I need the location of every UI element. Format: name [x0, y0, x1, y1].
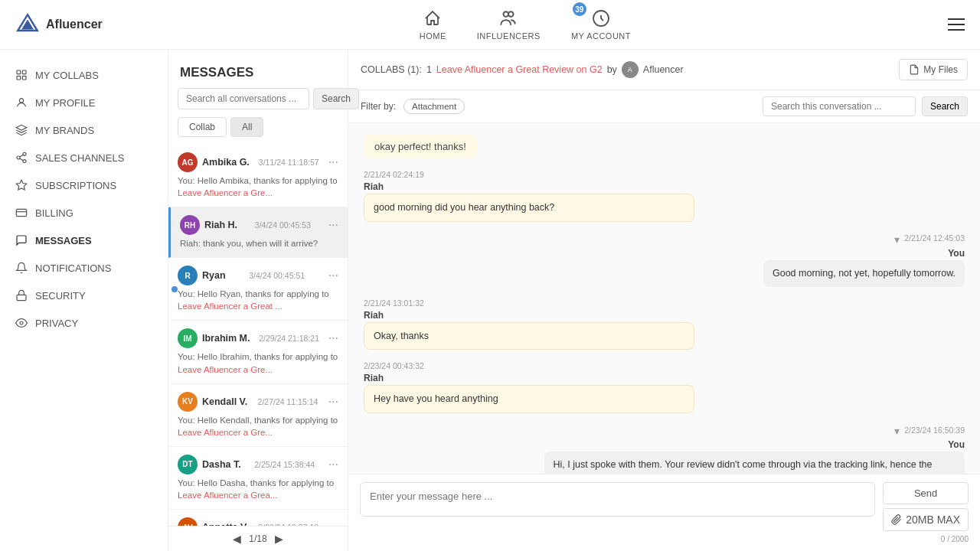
sidebar-item-messages[interactable]: MESSAGES	[0, 227, 168, 254]
send-button[interactable]: Send	[883, 482, 969, 504]
conversation-list: AG Ambika G. 3/11/24 11:18:57 ··· You: H…	[168, 145, 348, 526]
list-item[interactable]: RH Riah H. 3/4/24 00:45:53 ··· Riah: tha…	[168, 207, 348, 258]
my-files-button[interactable]: My Files	[899, 59, 968, 80]
sidebar-label-security: SECURITY	[35, 290, 86, 302]
lock-icon	[15, 289, 28, 302]
sidebar-item-subscriptions[interactable]: SUBSCRIPTIONS	[0, 171, 168, 199]
pagination-prev[interactable]: ◀	[233, 533, 241, 545]
chat-header: COLLABS (1): 1 Leave Afluencer a Great R…	[348, 50, 980, 90]
list-item[interactable]: IM Ibrahim M. 2/29/24 21:18:21 ··· You: …	[168, 321, 348, 383]
svg-point-3	[508, 11, 514, 16]
msg-you-label: You	[948, 439, 965, 450]
nav-influencers[interactable]: INFLUENCERS	[477, 8, 541, 41]
eye-icon	[15, 317, 28, 329]
collab-user-avatar: A	[622, 61, 639, 78]
conv-more-btn[interactable]: ···	[328, 155, 338, 169]
conv-header: AG Ambika G. 3/11/24 11:18:57 ···	[178, 152, 338, 172]
sidebar-item-notifications[interactable]: NOTIFICATIONS	[0, 254, 168, 282]
sidebar-label-privacy: PRIVACY	[35, 318, 78, 329]
nav-home[interactable]: HOME	[420, 8, 446, 41]
svg-point-10	[23, 152, 26, 155]
svg-rect-7	[17, 76, 21, 80]
msg-text: Okay, thanks	[364, 322, 694, 350]
conv-more-btn[interactable]: ···	[328, 458, 338, 471]
compose-actions: Send 20MB MAX 0 / 2000	[883, 482, 969, 543]
sidebar-item-my-profile[interactable]: MY PROFILE	[0, 89, 168, 116]
sidebar-item-billing[interactable]: BILLING	[0, 199, 168, 227]
collab-link[interactable]: Leave Afluencer a Great ...	[178, 302, 283, 311]
conv-search-field[interactable]	[763, 96, 916, 116]
msg-you-label: You	[948, 248, 965, 259]
conv-more-btn[interactable]: ···	[328, 269, 338, 282]
sidebar-item-security[interactable]: SECURITY	[0, 282, 168, 309]
svg-point-19	[20, 321, 23, 324]
conv-header: IM Ibrahim M. 2/29/24 21:18:21 ···	[178, 328, 338, 348]
collab-link[interactable]: Leave Afluencer a Grea...	[178, 491, 277, 500]
collabs-count: 1	[426, 64, 432, 75]
conv-date: 2/20/24 18:37:18	[258, 523, 318, 526]
sidebar-item-sales-channels[interactable]: SALES CHANNELS	[0, 144, 168, 171]
conv-date: 3/4/24 00:45:51	[249, 271, 305, 280]
msg-sender: Riah	[364, 181, 694, 192]
conv-search-area: Search	[763, 96, 968, 116]
messages-title: MESSAGES	[180, 65, 253, 80]
sidebar-label-notifications: NOTIFICATIONS	[35, 262, 111, 274]
conv-header: AV Annette V. 2/20/24 18:37:18 ···	[178, 517, 338, 526]
list-item[interactable]: DT Dasha T. 2/25/24 15:38:44 ··· You: He…	[168, 447, 348, 510]
collab-link[interactable]: Leave Afluencer a Gre...	[178, 365, 273, 374]
compose-area: Send 20MB MAX 0 / 2000	[348, 474, 980, 551]
pagination: ◀ 1/18 ▶	[168, 526, 348, 551]
conv-search-btn[interactable]: Search	[922, 96, 968, 116]
chevron-down-icon[interactable]: ▾	[894, 233, 900, 246]
list-item[interactable]: AV Annette V. 2/20/24 18:37:18 ··· You: …	[168, 510, 348, 526]
messages-header: MESSAGES	[168, 50, 348, 88]
svg-line-13	[20, 158, 24, 161]
hamburger-menu[interactable]	[948, 18, 965, 31]
msg-date: 2/23/24 16:50:39	[904, 425, 965, 435]
pagination-next[interactable]: ▶	[275, 533, 283, 545]
list-item[interactable]: R Ryan 3/4/24 00:45:51 ··· You: Hello Ry…	[168, 258, 348, 321]
msg-text: good morning did you hear anything back?	[364, 194, 694, 222]
conv-date: 3/4/24 00:45:53	[255, 220, 311, 230]
compose-input[interactable]	[360, 482, 875, 517]
collab-link[interactable]: Leave Afluencer a Gre...	[178, 428, 273, 437]
msg-date: 2/23/24 00:43:32	[364, 361, 694, 370]
conv-more-btn[interactable]: ···	[328, 395, 338, 409]
chevron-down-icon[interactable]: ▾	[894, 425, 900, 437]
billing-icon	[15, 207, 28, 219]
collabs-label: COLLABS (1):	[361, 64, 422, 75]
nav-home-label: HOME	[420, 31, 446, 41]
sidebar-item-my-brands[interactable]: MY BRANDS	[0, 116, 168, 144]
filter-all-btn[interactable]: All	[230, 117, 263, 137]
logo[interactable]: Afluencer	[15, 12, 103, 37]
conv-preview: You: Hello Ibrahim, thanks for applying …	[178, 350, 338, 375]
avatar: DT	[178, 455, 198, 474]
logo-icon	[15, 12, 40, 37]
conv-search-input[interactable]	[178, 88, 309, 109]
sidebar: MY COLLABS MY PROFILE MY BRANDS SALES CH…	[0, 50, 168, 551]
conv-more-btn[interactable]: ···	[328, 331, 338, 345]
collab-link[interactable]: Leave Afluencer a Gre...	[178, 188, 273, 197]
attach-button[interactable]: 20MB MAX	[883, 508, 969, 531]
sidebar-item-privacy[interactable]: PRIVACY	[0, 309, 168, 337]
influencers-icon	[498, 8, 518, 28]
conv-more-btn[interactable]: ···	[328, 520, 338, 526]
sidebar-label-messages: MESSAGES	[35, 235, 92, 246]
char-count: 0 / 2000	[883, 535, 969, 543]
nav-influencers-label: INFLUENCERS	[477, 31, 541, 41]
svg-point-12	[23, 160, 26, 163]
conv-preview: You: Hello Dasha, thanks for applying to…	[178, 477, 338, 501]
filter-collab-btn[interactable]: Collab	[178, 117, 227, 137]
chat-panel: COLLABS (1): 1 Leave Afluencer a Great R…	[348, 50, 980, 551]
svg-rect-5	[17, 70, 21, 74]
conv-header: R Ryan 3/4/24 00:45:51 ···	[178, 266, 338, 285]
attachment-filter[interactable]: Attachment	[403, 99, 465, 114]
list-item[interactable]: AG Ambika G. 3/11/24 11:18:57 ··· You: H…	[168, 145, 348, 207]
collab-title-link[interactable]: Leave Afluencer a Great Review on G2	[436, 64, 603, 75]
conv-header: RH Riah H. 3/4/24 00:45:53 ···	[180, 215, 338, 235]
collab-by: by	[607, 64, 617, 75]
conv-more-btn[interactable]: ···	[328, 218, 338, 232]
sidebar-item-my-collabs[interactable]: MY COLLABS	[0, 61, 168, 89]
sidebar-label-my-profile: MY PROFILE	[35, 97, 96, 109]
list-item[interactable]: KV Kendall V. 2/27/24 11:15:14 ··· You: …	[168, 384, 348, 447]
